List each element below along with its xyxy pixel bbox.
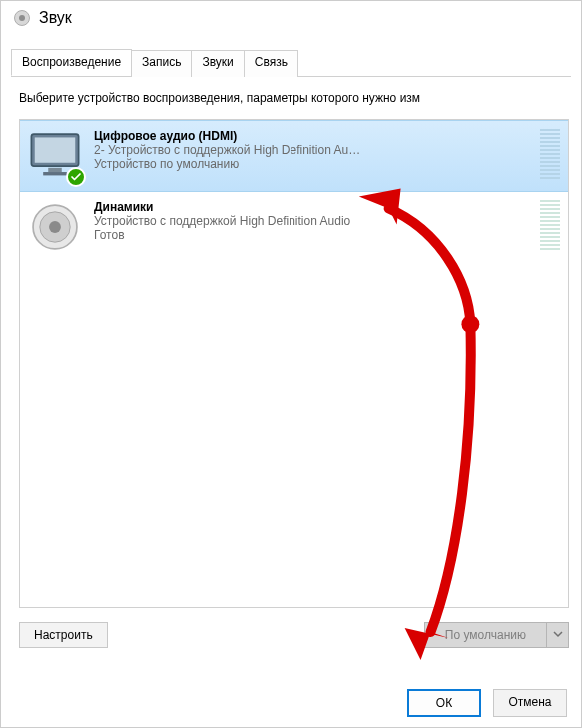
- configure-button[interactable]: Настроить: [19, 622, 108, 648]
- set-default-label: По умолчанию: [425, 623, 546, 647]
- device-status: Готов: [94, 228, 534, 242]
- device-title: Цифровое аудио (HDMI): [94, 129, 534, 143]
- speaker-icon: [28, 200, 82, 254]
- monitor-icon: [28, 129, 82, 183]
- level-meter: [540, 129, 560, 179]
- device-subtitle: 2- Устройство с поддержкой High Definiti…: [94, 143, 534, 157]
- playback-device-list[interactable]: Цифровое аудио (HDMI) 2- Устройство с по…: [19, 119, 569, 608]
- device-status: Устройство по умолчанию: [94, 157, 534, 171]
- set-default-button[interactable]: По умолчанию: [424, 622, 569, 648]
- default-check-icon: [66, 167, 86, 187]
- chevron-down-icon[interactable]: [546, 623, 568, 647]
- sound-dialog: Звук Воспроизведение Запись Звуки Связь …: [0, 0, 582, 728]
- svg-point-1: [19, 15, 25, 21]
- window-title: Звук: [39, 9, 72, 27]
- ok-button[interactable]: ОК: [407, 689, 481, 717]
- device-hdmi[interactable]: Цифровое аудио (HDMI) 2- Устройство с по…: [20, 120, 568, 192]
- cancel-button[interactable]: Отмена: [493, 689, 567, 717]
- tab-recording[interactable]: Запись: [131, 50, 192, 77]
- tab-strip: Воспроизведение Запись Звуки Связь: [11, 49, 571, 77]
- svg-rect-4: [48, 168, 62, 172]
- device-title: Динамики: [94, 200, 534, 214]
- svg-rect-3: [35, 137, 76, 162]
- title-bar: Звук: [1, 1, 581, 31]
- instruction-text: Выберите устройство воспроизведения, пар…: [19, 91, 569, 105]
- svg-point-8: [49, 221, 61, 233]
- svg-rect-5: [43, 172, 67, 175]
- level-meter: [540, 200, 560, 250]
- device-subtitle: Устройство с поддержкой High Definition …: [94, 214, 534, 228]
- tab-sounds[interactable]: Звуки: [191, 50, 244, 77]
- device-speakers[interactable]: Динамики Устройство с поддержкой High De…: [20, 192, 568, 263]
- tab-communications[interactable]: Связь: [244, 50, 298, 77]
- tab-playback[interactable]: Воспроизведение: [11, 49, 132, 76]
- sound-icon: [13, 9, 31, 27]
